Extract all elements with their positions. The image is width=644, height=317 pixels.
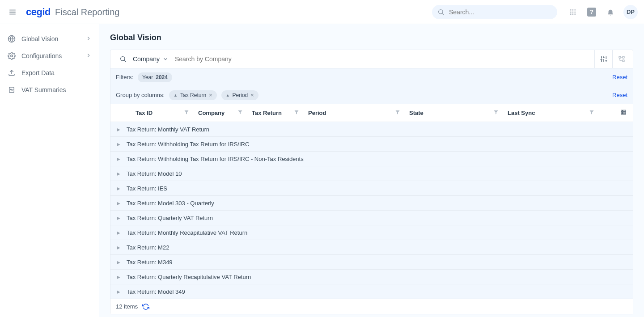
expand-icon[interactable]: ▶ bbox=[117, 156, 124, 161]
filter-icon[interactable] bbox=[294, 110, 299, 116]
bell-icon[interactable] bbox=[605, 6, 616, 18]
column-company[interactable]: Company bbox=[194, 110, 247, 116]
global-search[interactable] bbox=[432, 5, 557, 19]
table-group-row[interactable]: ▶Tax Return: Model 349 bbox=[110, 284, 633, 299]
svg-point-11 bbox=[570, 13, 572, 15]
svg-line-4 bbox=[442, 13, 444, 15]
table-group-row[interactable]: ▶Tax Return: Monthly VAT Return bbox=[110, 122, 633, 137]
svg-point-13 bbox=[574, 13, 576, 15]
search-icon bbox=[437, 8, 445, 16]
group-reset[interactable]: Reset bbox=[612, 92, 627, 98]
global-search-input[interactable] bbox=[449, 8, 552, 16]
chevron-right-icon bbox=[85, 52, 92, 60]
table-group-row[interactable]: ▶Tax Return: Model 10 bbox=[110, 166, 633, 181]
svg-point-12 bbox=[572, 13, 574, 15]
expand-icon[interactable]: ▶ bbox=[117, 186, 124, 191]
column-period[interactable]: Period bbox=[304, 110, 405, 116]
expand-icon[interactable]: ▶ bbox=[117, 230, 124, 235]
menu-toggle[interactable] bbox=[6, 6, 19, 18]
chip-label: Tax Return bbox=[180, 92, 206, 98]
table-group-row[interactable]: ▶Tax Return: M22 bbox=[110, 240, 633, 255]
svg-point-8 bbox=[570, 11, 572, 13]
sidebar-item-label: VAT Summaries bbox=[21, 86, 66, 93]
svg-point-15 bbox=[11, 55, 13, 57]
apps-icon[interactable] bbox=[567, 6, 579, 18]
caret-up-icon: ▲ bbox=[226, 93, 230, 97]
group-chip-tax-return[interactable]: ▲ Tax Return × bbox=[169, 90, 217, 100]
avatar[interactable]: DP bbox=[623, 5, 638, 19]
filter-chip-year[interactable]: Year 2024 bbox=[138, 72, 172, 82]
panel-footer: 12 items bbox=[110, 299, 633, 314]
svg-rect-32 bbox=[623, 110, 626, 111]
sidebar: Global Vision Configurations Export Data bbox=[0, 24, 99, 317]
data-panel: Company Filters: bbox=[110, 50, 633, 314]
group-label: Tax Return: Model 10 bbox=[124, 170, 182, 177]
topbar-actions: ? DP bbox=[567, 5, 638, 19]
sidebar-item-global-vision[interactable]: Global Vision bbox=[0, 30, 99, 47]
svg-point-3 bbox=[439, 9, 443, 13]
column-state[interactable]: State bbox=[405, 110, 503, 116]
search-field-selector[interactable]: Company bbox=[133, 55, 169, 63]
filters-reset[interactable]: Reset bbox=[612, 74, 627, 80]
topbar: cegid Fiscal Reporting ? DP bbox=[0, 0, 644, 24]
expand-icon[interactable]: ▶ bbox=[117, 260, 124, 265]
close-icon[interactable]: × bbox=[250, 92, 254, 98]
panel-search-input[interactable] bbox=[175, 55, 594, 63]
sidebar-item-configurations[interactable]: Configurations bbox=[0, 47, 99, 64]
table-group-row[interactable]: ▶Tax Return: Quarterly VAT Return bbox=[110, 211, 633, 225]
filter-icon[interactable] bbox=[237, 110, 243, 116]
table-body[interactable]: ▶Tax Return: Monthly VAT Return▶Tax Retu… bbox=[110, 122, 633, 299]
sliders-icon[interactable] bbox=[594, 50, 612, 68]
sidebar-item-label: Export Data bbox=[21, 69, 55, 76]
svg-rect-34 bbox=[623, 112, 626, 113]
filter-icon[interactable] bbox=[184, 110, 189, 116]
filter-icon[interactable] bbox=[589, 110, 594, 116]
table-group-row[interactable]: ▶Tax Return: M349 bbox=[110, 255, 633, 270]
table-group-row[interactable]: ▶Tax Return: IES bbox=[110, 181, 633, 196]
brand-logo: cegid bbox=[26, 6, 51, 18]
column-label: Tax ID bbox=[136, 110, 153, 116]
page-title: Global Vision bbox=[110, 33, 633, 42]
column-label: Company bbox=[198, 110, 225, 116]
table-group-row[interactable]: ▶Tax Return: Monthly Recapitulative VAT … bbox=[110, 225, 633, 240]
sidebar-item-export-data[interactable]: Export Data bbox=[0, 64, 99, 81]
svg-rect-28 bbox=[619, 56, 621, 58]
columns-icon[interactable] bbox=[620, 109, 627, 117]
expand-icon[interactable]: ▶ bbox=[117, 216, 124, 220]
table-header: Tax ID Company Tax Return bbox=[110, 104, 633, 122]
table-group-row[interactable]: ▶Tax Return: Withholding Tax Return for … bbox=[110, 152, 633, 166]
group-label: Tax Return: Monthly Recapitulative VAT R… bbox=[124, 229, 247, 236]
filter-icon[interactable] bbox=[493, 110, 499, 116]
group-label: Tax Return: Quarterly VAT Return bbox=[124, 215, 213, 221]
chip-value: 2024 bbox=[156, 74, 168, 80]
refresh-icon[interactable] bbox=[142, 303, 149, 310]
expand-icon[interactable]: ▶ bbox=[117, 275, 124, 279]
expand-icon[interactable]: ▶ bbox=[117, 289, 124, 294]
filter-icon[interactable] bbox=[395, 110, 400, 116]
filters-label: Filters: bbox=[116, 74, 133, 80]
brand: cegid Fiscal Reporting bbox=[26, 6, 119, 18]
expand-icon[interactable]: ▶ bbox=[117, 201, 124, 206]
sidebar-item-vat-summaries[interactable]: VAT Summaries bbox=[0, 81, 99, 98]
column-tax-return[interactable]: Tax Return bbox=[247, 110, 304, 116]
help-icon[interactable]: ? bbox=[586, 6, 597, 18]
tree-icon[interactable] bbox=[612, 50, 630, 68]
expand-icon[interactable]: ▶ bbox=[117, 245, 124, 250]
group-label: Tax Return: IES bbox=[124, 185, 167, 192]
column-label: Tax Return bbox=[252, 110, 282, 116]
close-icon[interactable]: × bbox=[209, 92, 212, 98]
group-chip-period[interactable]: ▲ Period × bbox=[221, 90, 258, 100]
search-icon[interactable] bbox=[116, 52, 130, 66]
expand-icon[interactable]: ▶ bbox=[117, 142, 124, 147]
table-group-row[interactable]: ▶Tax Return: Withholding Tax Return for … bbox=[110, 137, 633, 152]
group-label: Tax Return: M22 bbox=[124, 244, 169, 251]
column-last-sync[interactable]: Last Sync bbox=[503, 110, 599, 116]
table-group-row[interactable]: ▶Tax Return: Quarterly Recapitulative VA… bbox=[110, 270, 633, 284]
svg-point-5 bbox=[570, 9, 572, 11]
expand-icon[interactable]: ▶ bbox=[117, 171, 124, 176]
chevron-down-icon bbox=[162, 56, 169, 62]
svg-rect-30 bbox=[623, 56, 624, 58]
table-group-row[interactable]: ▶Tax Return: Model 303 - Quarterly bbox=[110, 196, 633, 211]
expand-icon[interactable]: ▶ bbox=[117, 127, 124, 132]
column-tax-id[interactable]: Tax ID bbox=[131, 110, 194, 116]
